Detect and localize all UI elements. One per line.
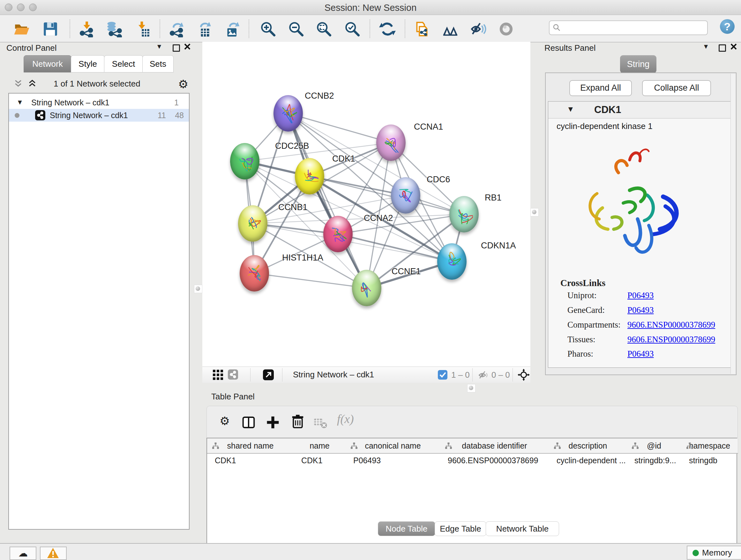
network-options-gear-icon[interactable]: ⚙ (178, 78, 188, 91)
export-network-icon[interactable] (169, 21, 185, 37)
warning-icon (47, 547, 59, 559)
panel-close-icon[interactable] (730, 43, 737, 52)
protein-node-cdkn1a[interactable] (437, 243, 467, 280)
import-table-icon[interactable] (134, 21, 151, 37)
collapse-all-icon[interactable] (13, 79, 23, 91)
create-column-icon[interactable] (266, 415, 280, 431)
network-collection-row[interactable]: ▾ String Network – cdk1 1 (9, 96, 189, 109)
column-header-id[interactable]: @id (627, 438, 682, 454)
node-table[interactable]: shared namenamecanonical namedatabase id… (206, 438, 737, 560)
table-cell[interactable]: P06493 (346, 454, 440, 467)
panel-menu-icon[interactable]: ▾ (704, 42, 708, 51)
toolbar-separator (70, 19, 70, 38)
protein-node-cdc6[interactable] (391, 177, 420, 213)
show-columns-icon[interactable] (241, 415, 256, 431)
import-network-icon[interactable] (78, 21, 95, 37)
thumbnail-grid-icon[interactable] (212, 369, 223, 382)
refresh-icon[interactable] (379, 21, 396, 37)
string-home-icon[interactable] (442, 21, 459, 37)
column-header-sharedname[interactable]: shared name (207, 438, 294, 454)
tab-select[interactable]: Select (104, 55, 143, 72)
network-row[interactable]: String Network – cdk1 11 48 (9, 109, 189, 122)
crosslink-tissues[interactable]: 9606.ENSP00000378699 (627, 334, 715, 345)
memory-button[interactable]: Memory (687, 546, 741, 560)
column-header-databaseidentifier[interactable]: database identifier (440, 438, 549, 454)
crosslink-pharos[interactable]: P06493 (627, 349, 654, 359)
tab-sets[interactable]: Sets (142, 55, 174, 72)
crosslinks-title: CrossLinks (560, 278, 605, 288)
tab-network[interactable]: Network (23, 55, 71, 72)
panel-menu-icon[interactable]: ▾ (157, 42, 161, 51)
protein-node-cdc25b[interactable] (230, 143, 259, 179)
panel-float-icon[interactable] (173, 44, 180, 52)
table-cell[interactable]: stringdb (681, 454, 738, 467)
section-collapse-icon[interactable]: ▼ (567, 105, 575, 114)
toolbar-separator (369, 19, 370, 38)
network-canvas[interactable]: CCNB2CCNA1CDC25BCDK1CDC6RB1CCNB1CCNA2CDK… (202, 42, 530, 367)
delete-table-icon[interactable] (313, 416, 328, 432)
table-options-gear-icon[interactable]: ⚙ (219, 415, 230, 428)
node-label-ccnb2: CCNB2 (305, 91, 334, 101)
results-scrollbar[interactable] (731, 74, 735, 374)
hide-unhide-icon[interactable] (470, 21, 487, 37)
zoom-in-icon[interactable] (260, 21, 276, 37)
crosslink-uniprot[interactable]: P06493 (627, 291, 654, 300)
panel-float-icon[interactable] (719, 44, 726, 52)
title-bar: Session: New Session (0, 0, 741, 15)
protein-node-rb1[interactable] (449, 196, 479, 233)
table-cell[interactable]: CDK1 (293, 454, 346, 467)
column-header-canonicalname[interactable]: canonical name (346, 438, 441, 454)
birds-eye-view-icon[interactable] (518, 369, 530, 383)
table-cell[interactable]: CDK1 (207, 454, 293, 467)
tree-collapse-icon[interactable]: ▾ (18, 96, 22, 108)
help-icon[interactable]: ? (720, 19, 735, 34)
tab-edge-table[interactable]: Edge Table (434, 521, 486, 536)
table-cell[interactable]: cyclin-dependent ... (549, 454, 627, 467)
protein-node-ccne1[interactable] (352, 270, 381, 306)
open-session-icon[interactable] (13, 21, 30, 37)
table-cell[interactable]: 9606.ENSP00000378699 (440, 454, 549, 467)
tab-string[interactable]: String (620, 55, 657, 73)
delete-column-icon[interactable] (290, 415, 305, 430)
zoom-fit-icon[interactable] (316, 21, 332, 37)
tab-node-table[interactable]: Node Table (378, 521, 435, 536)
selected-checkbox-icon[interactable] (438, 370, 448, 380)
collapse-all-button[interactable]: Collapse All (642, 80, 711, 96)
column-header-namespace[interactable]: namespace (681, 438, 738, 454)
protein-node-cdk1[interactable] (295, 158, 324, 194)
clone-network-icon[interactable] (414, 21, 430, 37)
column-header-name[interactable]: name (293, 438, 346, 454)
crosslink-compartments[interactable]: 9606.ENSP00000378699 (627, 320, 715, 330)
export-table-icon[interactable] (196, 21, 212, 37)
protein-node-ccna1[interactable] (376, 125, 406, 161)
expand-all-button[interactable]: Expand All (569, 80, 632, 96)
graphics-details-icon[interactable] (498, 21, 515, 37)
column-header-description[interactable]: description (549, 438, 627, 454)
export-image-icon[interactable] (224, 21, 241, 37)
network-view-type-icon[interactable] (228, 369, 238, 380)
table-cell[interactable]: stringdb:9... (627, 454, 681, 467)
cloud-button[interactable]: ☁ (10, 547, 37, 560)
save-session-icon[interactable] (42, 21, 59, 37)
zoom-selected-icon[interactable] (344, 21, 360, 37)
function-builder-icon[interactable]: f(x) (337, 412, 354, 426)
protein-node-ccnb2[interactable] (273, 95, 303, 132)
panel-close-icon[interactable] (184, 43, 191, 52)
cdk1-section-header[interactable]: ▼ CDK1 (548, 102, 733, 118)
tab-network-table[interactable]: Network Table (486, 521, 559, 536)
search-input[interactable] (549, 20, 708, 35)
zoom-out-icon[interactable] (288, 21, 305, 37)
expand-all-icon[interactable] (27, 79, 37, 91)
protein-node-ccnb1[interactable] (238, 205, 267, 242)
node-label-cdc25b: CDC25B (275, 141, 309, 151)
hidden-eye-icon[interactable] (477, 369, 489, 383)
import-network-from-database-icon[interactable] (105, 21, 122, 37)
right-splitter-handle[interactable] (530, 208, 539, 216)
open-in-browser-icon[interactable] (263, 369, 274, 380)
left-splitter-handle[interactable] (194, 285, 202, 293)
tab-style[interactable]: Style (71, 55, 105, 72)
warnings-button[interactable] (40, 547, 67, 560)
protein-node-ccna2[interactable] (323, 216, 353, 252)
crosslink-genecard[interactable]: P06493 (627, 305, 654, 315)
protein-node-hist1h1a[interactable] (240, 255, 269, 292)
